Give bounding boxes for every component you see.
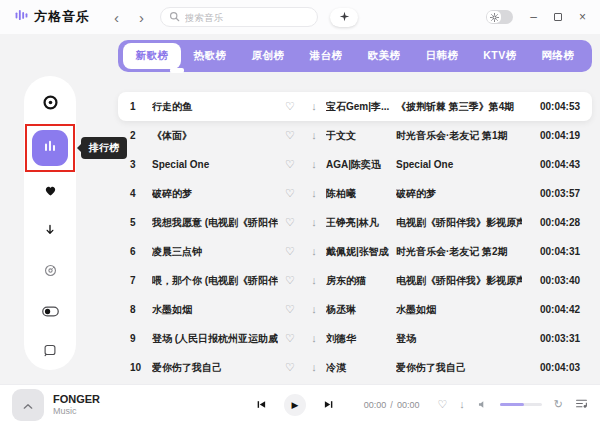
sidebar-item-discover[interactable] xyxy=(33,90,67,118)
song-duration: 00:04:43 xyxy=(522,159,580,170)
tooltip-arrow xyxy=(77,144,81,152)
song-index: 8 xyxy=(130,304,152,315)
disc-icon xyxy=(43,263,58,282)
volume-slider[interactable] xyxy=(500,403,542,406)
play-button[interactable]: ▶ xyxy=(284,394,306,416)
search-box[interactable] xyxy=(160,7,318,27)
download-icon[interactable]: ↓ xyxy=(302,101,326,112)
download-icon[interactable]: ↓ xyxy=(302,246,326,257)
song-index: 5 xyxy=(130,217,152,228)
sidebar-item-download[interactable] xyxy=(33,218,67,246)
tab-ktv[interactable]: KTV榜 xyxy=(471,43,529,69)
download-icon[interactable]: ↓ xyxy=(302,159,326,170)
playlist-icon[interactable] xyxy=(575,396,588,414)
download-icon[interactable]: ↓ xyxy=(302,217,326,228)
song-title: 我想我愿意 (电视剧《骄阳伴我》... xyxy=(152,216,278,230)
sidebar-item-mode[interactable] xyxy=(33,298,67,326)
sidebar-item-feedback[interactable] xyxy=(33,338,67,366)
app-title: 方格音乐 xyxy=(34,8,90,26)
song-duration: 00:03:40 xyxy=(522,275,580,286)
song-title: 《体面》 xyxy=(152,129,278,143)
song-album: Special One xyxy=(396,159,522,170)
tab-western[interactable]: 欧美榜 xyxy=(355,43,413,69)
search-input[interactable] xyxy=(185,12,309,23)
back-icon[interactable]: ‹ xyxy=(112,10,121,25)
close-button[interactable]: × xyxy=(579,11,586,23)
table-row[interactable]: 7 喂，那个你 (电视剧《骄阳伴我》... ♡ ↓ 房东的猫 电视剧《骄阳伴我》… xyxy=(118,266,592,295)
heart-icon[interactable]: ♡ xyxy=(278,159,302,170)
search-icon xyxy=(169,8,180,26)
song-duration: 00:04:42 xyxy=(522,304,580,315)
sparkle-icon xyxy=(339,8,350,26)
album-art-placeholder[interactable] xyxy=(12,389,44,421)
song-index: 1 xyxy=(130,101,152,112)
song-index: 4 xyxy=(130,188,152,199)
song-duration: 00:04:53 xyxy=(522,101,580,112)
heart-icon[interactable]: ♡ xyxy=(278,304,302,315)
table-row[interactable]: 8 水墨如烟 ♡ ↓ 杨丞琳 水墨如烟 00:04:42 xyxy=(118,295,592,324)
heart-icon[interactable]: ♡ xyxy=(278,130,302,141)
tab-new-songs[interactable]: 新歌榜 xyxy=(123,43,181,69)
song-artist: 房东的猫 xyxy=(326,274,396,288)
ranking-active-button[interactable] xyxy=(32,130,68,166)
heart-icon[interactable]: ♡ xyxy=(278,275,302,286)
heart-icon[interactable]: ♡ xyxy=(278,333,302,344)
song-duration: 00:03:31 xyxy=(522,333,580,344)
download-icon[interactable]: ↓ xyxy=(459,399,465,410)
table-row[interactable]: 9 登场 (人民日报杭州亚运助威曲) ♡ ↓ 刘德华 登场 00:03:31 xyxy=(118,324,592,353)
player-bar: FONGER Music ▶ 00:00 / 00:00 ♡ ↓ ↻ xyxy=(0,384,600,424)
download-icon[interactable]: ↓ xyxy=(302,304,326,315)
download-icon[interactable]: ↓ xyxy=(302,275,326,286)
audio-bars-logo-icon xyxy=(14,8,29,26)
maximize-button[interactable] xyxy=(554,13,562,21)
song-list: 1 行走的鱼 ♡ ↓ 宝石Gem|李... 《披荆斩棘 第三季》第4期 00:0… xyxy=(118,92,592,382)
table-row[interactable]: 5 我想我愿意 (电视剧《骄阳伴我》... ♡ ↓ 王铮亮|林凡 电视剧《骄阳伴… xyxy=(118,208,592,237)
table-row[interactable]: 10 爱你伤了我自己 ♡ ↓ 冷漠 爱你伤了我自己 00:04:03 xyxy=(118,353,592,382)
table-row[interactable]: 3 Special One ♡ ↓ AGA|陈奕迅 Special One 00… xyxy=(118,150,592,179)
minimize-button[interactable]: – xyxy=(530,11,537,23)
sidebar-item-recent[interactable] xyxy=(33,258,67,286)
table-row[interactable]: 1 行走的鱼 ♡ ↓ 宝石Gem|李... 《披荆斩棘 第三季》第4期 00:0… xyxy=(118,92,592,121)
song-album: 时光音乐会·老友记 第2期 xyxy=(396,245,522,259)
speaker-icon[interactable] xyxy=(477,396,488,414)
download-icon[interactable]: ↓ xyxy=(302,188,326,199)
download-icon[interactable]: ↓ xyxy=(302,362,326,373)
chat-icon xyxy=(43,343,57,361)
song-title: 行走的鱼 xyxy=(152,100,278,114)
song-title: 破碎的梦 xyxy=(152,187,278,201)
sidebar-item-favorites[interactable] xyxy=(33,178,67,206)
song-title: Special One xyxy=(152,159,278,170)
song-title: 凌晨三点钟 xyxy=(152,245,278,259)
heart-icon[interactable]: ♡ xyxy=(278,362,302,373)
heart-icon[interactable]: ♡ xyxy=(278,217,302,228)
heart-icon[interactable]: ♡ xyxy=(278,246,302,257)
time-separator: / xyxy=(390,400,393,410)
song-duration: 00:04:03 xyxy=(522,362,580,373)
song-album: 登场 xyxy=(396,332,522,346)
theme-toggle[interactable] xyxy=(486,10,513,24)
tab-original[interactable]: 原创榜 xyxy=(239,43,297,69)
table-row[interactable]: 6 凌晨三点钟 ♡ ↓ 戴佩妮|张智成 时光音乐会·老友记 第2期 00:04:… xyxy=(118,237,592,266)
song-album: 破碎的梦 xyxy=(396,187,522,201)
heart-icon[interactable]: ♡ xyxy=(437,399,447,410)
download-icon[interactable]: ↓ xyxy=(302,333,326,344)
tab-jp-kr[interactable]: 日韩榜 xyxy=(413,43,471,69)
download-icon[interactable]: ↓ xyxy=(302,130,326,141)
song-artist: 王铮亮|林凡 xyxy=(326,216,396,230)
heart-icon[interactable]: ♡ xyxy=(278,101,302,112)
heart-icon[interactable]: ♡ xyxy=(278,188,302,199)
volume-fill xyxy=(500,403,524,406)
song-index: 7 xyxy=(130,275,152,286)
tab-hk-tw[interactable]: 港台榜 xyxy=(297,43,355,69)
song-index: 10 xyxy=(130,362,152,373)
tab-hot-songs[interactable]: 热歌榜 xyxy=(181,43,239,69)
loop-icon[interactable]: ↻ xyxy=(554,399,563,410)
previous-track-icon[interactable] xyxy=(256,396,267,414)
forward-icon[interactable]: › xyxy=(137,10,146,25)
table-row[interactable]: 4 破碎的梦 ♡ ↓ 陈柏曦 破碎的梦 00:03:57 xyxy=(118,179,592,208)
sidebar-item-ranking[interactable]: 排行榜 xyxy=(32,130,68,166)
next-track-icon[interactable] xyxy=(323,396,334,414)
assistant-button[interactable] xyxy=(330,8,358,27)
table-row[interactable]: 2 《体面》 ♡ ↓ 于文文 时光音乐会·老友记 第1期 00:04:19 xyxy=(118,121,592,150)
tab-network[interactable]: 网络榜 xyxy=(529,43,587,69)
